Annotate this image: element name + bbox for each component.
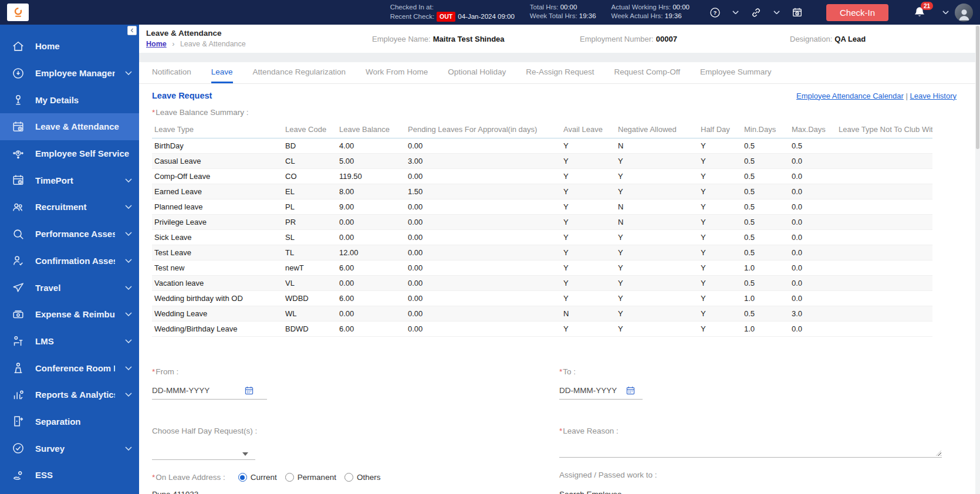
table-cell: N [616,215,698,230]
sidebar-item-home[interactable]: Home [0,33,139,60]
sidebar-item-lms[interactable]: LMS [0,328,139,355]
on-leave-address-option-current[interactable]: Current [238,473,277,482]
from-date-input[interactable]: DD-MMM-YYYY [152,383,267,400]
table-cell: WL [283,306,337,322]
table-cell: Y [561,260,616,276]
employment-number-pair: Employment Number:00007 [580,35,790,43]
calendar-icon[interactable] [626,385,636,395]
assigned-work-search-input[interactable]: Search Employee [559,486,942,494]
actual-working-hrs-value: 00:00 [673,4,690,11]
table-cell: Y [616,184,698,199]
calendar-icon[interactable] [244,385,254,395]
tab-employee-summary[interactable]: Employee Summary [700,62,772,83]
breadcrumb-home-link[interactable]: Home [146,40,167,48]
notifications-bell[interactable]: 21 [913,6,926,19]
radio-others[interactable] [344,473,353,482]
sidebar-item-my-details[interactable]: My Details [0,86,139,113]
radio-permanent[interactable] [285,473,294,482]
leave-balance-summary-label: *Leave Balance Summary : [152,108,957,117]
sidebar-item-timeport[interactable]: TimePort [0,167,139,194]
sidebar-item-recruitment[interactable]: Recruitment [0,194,139,221]
table-row: Casual LeaveCL5.003.00YYY0.50.0 [152,154,932,169]
column-header-half-day: Half Day [698,121,742,138]
tab-request-comp-off[interactable]: Request Comp-Off [614,62,680,83]
sidebar-item-employee-management[interactable]: Employee Management [0,60,139,87]
check-circle-icon [11,441,25,455]
table-cell: newT [283,260,337,276]
table-cell [836,276,932,291]
sidebar-item-expense-reimbursement[interactable]: Expense & Reimbursement [0,301,139,328]
employee-attendance-calendar-link[interactable]: Employee Attendance Calendar [796,92,904,100]
sidebar-item-leave-attendance[interactable]: Leave & Attendance [0,113,139,140]
employee-name-value: Maitra Test Shindea [433,35,505,43]
chevron-down-icon[interactable] [732,10,739,15]
to-date-input[interactable]: DD-MMM-YYYY [559,383,643,400]
calendar-clock-icon[interactable] [792,7,803,18]
tab-re-assign-request[interactable]: Re-Assign Request [526,62,594,83]
sidebar-item-confirmation-assessment[interactable]: Confirmation Assessment [0,248,139,275]
on-leave-address-textarea[interactable]: Pune 411033 [152,486,354,494]
table-row: Test LeaveTL12.000.00YYY0.50.0 [152,245,932,260]
radio-current[interactable] [238,473,247,482]
leave-reason-textarea[interactable] [559,435,942,458]
column-header-leave-type-not-to-club-with: Leave Type Not To Club With [836,121,932,138]
table-cell: 119.50 [337,169,405,184]
table-cell: 0.00 [405,276,561,291]
sidebar-collapse-button[interactable] [127,26,137,35]
assigned-work-label: Assigned / Passed work to : [559,471,957,479]
table-cell: 6.00 [337,260,405,276]
hand-service-icon [11,468,25,482]
company-logo[interactable] [7,4,29,21]
table-cell: Y [698,276,742,291]
sidebar-item-performance-assessment[interactable]: Performance Assessment [0,221,139,248]
tab-leave[interactable]: Leave [211,62,233,83]
required-marker: * [152,108,155,117]
chevron-down-icon[interactable] [773,10,780,15]
sidebar: HomeEmployee ManagementMy DetailsLeave &… [0,25,139,494]
calendar-clock-icon [11,173,25,187]
chevron-down-icon[interactable] [942,10,949,15]
sidebar-item-ess[interactable]: ESS [0,462,139,489]
table-cell: Privilege Leave [152,215,283,230]
users-icon [11,200,25,214]
table-cell: 0.0 [789,291,836,306]
user-avatar[interactable] [955,4,973,22]
table-cell: 0.5 [742,215,789,230]
table-cell: 0.5 [742,230,789,245]
table-cell: 0.5 [742,169,789,184]
resize-handle[interactable] [936,451,941,456]
table-cell: 0.00 [405,322,561,337]
column-header-max-days: Max.Days [789,121,836,138]
tab-optional-holiday[interactable]: Optional Holiday [448,62,506,83]
scrollbar-thumb[interactable] [976,26,979,149]
sidebar-item-separation[interactable]: Separation [0,408,139,435]
sidebar-item-reports-analytics[interactable]: Reports & Analytics [0,381,139,408]
help-icon[interactable]: ? [709,7,721,18]
sidebar-item-survey[interactable]: Survey [0,435,139,462]
sidebar-item-travel[interactable]: Travel [0,274,139,301]
page-title: Leave & Attendance [146,29,372,38]
table-cell: 0.5 [742,306,789,322]
breadcrumb-current: Leave & Attendance [180,40,246,48]
topbar-icon-group: ? [709,7,803,18]
table-cell: 6.00 [337,291,405,306]
table-cell: 1.0 [742,260,789,276]
sidebar-item-employee-self-service[interactable]: Employee Self Service [0,140,139,167]
notification-count-badge: 21 [921,2,933,10]
chevron-down-icon [125,286,132,290]
sidebar-item-conference-room-booking[interactable]: Conference Room Booking [0,354,139,381]
tab-notification[interactable]: Notification [152,62,191,83]
table-cell [836,260,932,276]
on-leave-address-option-others[interactable]: Others [344,473,381,482]
checked-in-label: Checked In at: [390,4,434,11]
sidebar-item-label: Expense & Reimbursement [35,309,115,319]
check-in-button[interactable]: Check-In [826,4,888,21]
vertical-scrollbar[interactable] [975,25,980,494]
half-day-select[interactable] [152,440,255,460]
tab-work-from-home[interactable]: Work From Home [366,62,428,83]
on-leave-address-option-permanent[interactable]: Permanent [285,473,336,482]
logo-icon [12,6,24,18]
leave-history-link[interactable]: Leave History [910,92,957,100]
link-icon[interactable] [751,7,762,18]
tab-attendance-regularization[interactable]: Attendance Regularization [253,62,346,83]
